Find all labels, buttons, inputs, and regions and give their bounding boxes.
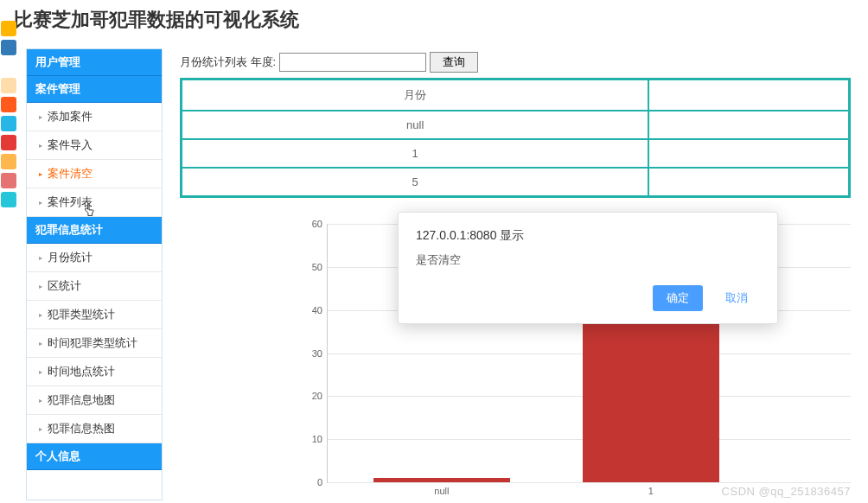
month-table: 月份null15 — [180, 78, 851, 198]
cancel-button[interactable]: 取消 — [713, 285, 760, 311]
query-button[interactable]: 查询 — [430, 52, 478, 73]
sidebar-item-label: 月份统计 — [48, 250, 93, 265]
sidebar-item-label: 犯罪信息热图 — [48, 421, 115, 436]
chevron-right-icon: ▸ — [39, 113, 42, 121]
chevron-right-icon: ▸ — [39, 283, 42, 290]
y-axis-tick: 50 — [312, 262, 322, 272]
sidebar-item-label: 案件导入 — [48, 137, 93, 153]
y-axis-tick: 20 — [312, 391, 322, 401]
sidebar-app-icon[interactable] — [1, 116, 16, 131]
sidebar-app-icon[interactable] — [1, 173, 16, 188]
sidebar-item-label: 犯罪信息地图 — [48, 392, 115, 408]
sidebar-item[interactable]: ▸月份统计 — [27, 244, 162, 272]
dialog-title: 127.0.0.1:8080 显示 — [416, 228, 760, 244]
x-axis-tick: 1 — [648, 486, 654, 496]
sidebar-item[interactable]: ▸犯罪类型统计 — [27, 301, 162, 329]
sidebar-app-icon[interactable] — [1, 154, 16, 169]
sidebar-item[interactable]: ▸区统计 — [27, 272, 162, 301]
sidebar-item-label: 区统计 — [48, 278, 81, 294]
sidebar-item[interactable]: ▸添加案件 — [27, 103, 162, 131]
table-row: null — [182, 111, 849, 139]
sidebar-app-icon[interactable] — [1, 97, 16, 112]
sidebar-item[interactable]: ▸时间地点统计 — [27, 358, 162, 386]
sidebar-item[interactable]: ▸案件导入 — [27, 131, 162, 160]
chevron-right-icon: ▸ — [39, 340, 42, 347]
dialog-body: 是否清空 — [416, 252, 760, 268]
confirm-button[interactable]: 确定 — [653, 285, 703, 311]
sidebar-item-label: 添加案件 — [48, 109, 93, 124]
sidebar-item-label: 犯罪类型统计 — [48, 307, 115, 322]
sidebar-section-header[interactable]: 案件管理 — [27, 76, 162, 103]
sidebar-item[interactable]: ▸时间犯罪类型统计 — [27, 329, 162, 358]
sidebar-item-label: 时间犯罪类型统计 — [48, 335, 137, 351]
watermark: CSDN @qq_251836457 — [722, 485, 851, 498]
sidebar-section-header[interactable]: 犯罪信息统计 — [27, 217, 162, 244]
sidebar-item[interactable]: ▸犯罪信息热图 — [27, 415, 162, 443]
sidebar-item[interactable]: ▸案件清空 — [27, 160, 162, 188]
year-input[interactable] — [279, 53, 426, 72]
table-cell — [648, 111, 849, 139]
sidebar-item-label: 时间地点统计 — [48, 364, 115, 379]
chevron-right-icon: ▸ — [39, 425, 42, 433]
table-row: 5 — [182, 168, 849, 196]
sidebar-app-icon[interactable] — [1, 135, 16, 150]
chart-bar — [373, 478, 509, 482]
table-header: 月份 — [182, 80, 648, 111]
y-axis-tick: 40 — [312, 305, 322, 315]
query-label: 月份统计列表 年度: — [180, 54, 276, 70]
table-header — [648, 80, 849, 111]
x-axis-tick: null — [434, 486, 449, 496]
query-bar: 月份统计列表 年度: 查询 — [180, 48, 851, 76]
page-title: 比赛芝加哥犯罪数据的可视化系统 — [0, 0, 868, 40]
chevron-right-icon: ▸ — [39, 397, 42, 404]
chevron-right-icon: ▸ — [39, 254, 42, 262]
sidebar: 用户管理案件管理▸添加案件▸案件导入▸案件清空▸案件列表犯罪信息统计▸月份统计▸… — [26, 48, 163, 500]
confirm-dialog: 127.0.0.1:8080 显示 是否清空 确定 取消 — [398, 212, 778, 324]
chart-bar — [583, 306, 718, 482]
sidebar-item-label: 案件清空 — [48, 166, 93, 181]
table-cell: null — [182, 111, 648, 139]
chevron-right-icon: ▸ — [39, 311, 42, 319]
sidebar-app-icon[interactable] — [1, 40, 16, 55]
chevron-right-icon: ▸ — [39, 368, 42, 376]
sidebar-item-label: 案件列表 — [48, 194, 93, 210]
sidebar-app-icon[interactable] — [1, 21, 16, 36]
chevron-right-icon: ▸ — [39, 199, 42, 207]
y-axis-tick: 10 — [312, 434, 322, 444]
sidebar-item[interactable]: ▸案件列表 — [27, 188, 162, 217]
table-cell: 5 — [182, 168, 648, 196]
table-row: 1 — [182, 139, 849, 168]
chevron-right-icon: ▸ — [39, 170, 42, 178]
sidebar-app-icon[interactable] — [1, 59, 16, 74]
sidebar-app-icon[interactable] — [1, 78, 16, 93]
sidebar-section-header[interactable]: 个人信息 — [27, 443, 162, 470]
table-cell — [648, 139, 849, 168]
table-cell — [648, 168, 849, 196]
sidebar-section-header[interactable]: 用户管理 — [27, 49, 162, 76]
sidebar-app-icon[interactable] — [1, 192, 16, 207]
table-cell: 1 — [182, 139, 648, 168]
chevron-right-icon: ▸ — [39, 142, 42, 150]
sidebar-item[interactable]: ▸犯罪信息地图 — [27, 386, 162, 415]
y-axis-tick: 0 — [317, 477, 322, 487]
y-axis-tick: 60 — [312, 219, 322, 229]
y-axis-tick: 30 — [312, 348, 322, 359]
